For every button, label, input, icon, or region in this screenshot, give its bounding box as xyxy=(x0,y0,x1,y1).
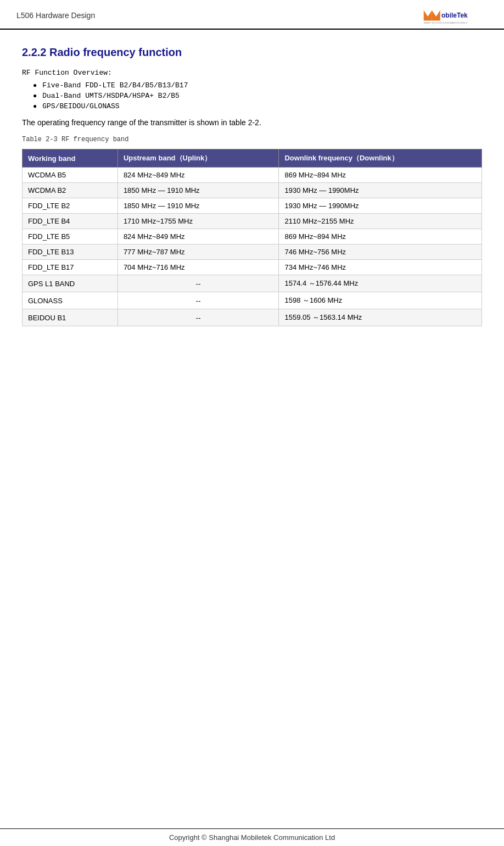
table-row: FDD_LTE B41710 MHz~1755 MHz2110 MHz~2155… xyxy=(23,214,482,229)
cell-upstream: 777 MHz~787 MHz xyxy=(117,244,279,260)
cell-upstream: -- xyxy=(117,292,279,309)
col-header-downlink: Downlink frequency（Downlink） xyxy=(279,149,482,168)
table-row: FDD_LTE B5824 MHz~849 MHz869 MHz~894 MHz xyxy=(23,229,482,244)
table-row: BEIDOU B1--1559.05 ～1563.14 MHz xyxy=(23,309,482,326)
cell-downlink: 746 MHz~756 MHz xyxy=(279,244,482,260)
cell-upstream: 704 MHz~716 MHz xyxy=(117,260,279,275)
cell-upstream: 824 MHz~849 MHz xyxy=(117,168,279,183)
cell-downlink: 869 MHz~894 MHz xyxy=(279,168,482,183)
cell-downlink: 1930 MHz — 1990MHz xyxy=(279,198,482,214)
rf-overview-label: RF Function Overview: xyxy=(22,69,482,77)
table-row: WCDMA B21850 MHz — 1910 MHz1930 MHz — 19… xyxy=(23,183,482,198)
section-heading: 2.2.2 Radio frequency function xyxy=(22,46,482,59)
cell-upstream: -- xyxy=(117,309,279,326)
logo-icon: obileTek SMART SOLUTION FOR A SMARTER WO… xyxy=(422,5,488,25)
cell-downlink: 1930 MHz — 1990MHz xyxy=(279,183,482,198)
copyright-text: Copyright © Shanghai Mobiletek Communica… xyxy=(169,833,335,842)
logo-area: obileTek SMART SOLUTION FOR A SMARTER WO… xyxy=(422,5,488,25)
cell-band: GPS L1 BAND xyxy=(23,275,118,292)
table-row: FDD_LTE B17704 MHz~716 MHz734 MHz~746 MH… xyxy=(23,260,482,275)
bullet-item-1: Five-Band FDD-LTE B2/B4/B5/B13/B17 xyxy=(33,81,482,90)
cell-band: WCDMA B5 xyxy=(23,168,118,183)
main-content: 2.2.2 Radio frequency function RF Functi… xyxy=(0,30,504,376)
cell-band: BEIDOU B1 xyxy=(23,309,118,326)
table-row: GLONASS--1598 ～1606 MHz xyxy=(23,292,482,309)
svg-text:SMART SOLUTION FOR A SMARTER W: SMART SOLUTION FOR A SMARTER WORLD xyxy=(424,22,468,24)
cell-band: FDD_LTE B13 xyxy=(23,244,118,260)
cell-downlink: 1559.05 ～1563.14 MHz xyxy=(279,309,482,326)
page-footer: Copyright © Shanghai Mobiletek Communica… xyxy=(0,828,504,846)
cell-upstream: 1850 MHz — 1910 MHz xyxy=(117,198,279,214)
page-header: L506 Hardware Design obileTek SMART SOLU… xyxy=(0,0,504,30)
frequency-table: Working band Upstream band（Uplink） Downl… xyxy=(22,149,482,326)
cell-downlink: 869 MHz~894 MHz xyxy=(279,229,482,244)
cell-band: FDD_LTE B4 xyxy=(23,214,118,229)
cell-band: FDD_LTE B17 xyxy=(23,260,118,275)
cell-band: FDD_LTE B2 xyxy=(23,198,118,214)
cell-downlink: 1598 ～1606 MHz xyxy=(279,292,482,309)
cell-upstream: 1850 MHz — 1910 MHz xyxy=(117,183,279,198)
table-row: FDD_LTE B21850 MHz — 1910 MHz1930 MHz — … xyxy=(23,198,482,214)
cell-band: WCDMA B2 xyxy=(23,183,118,198)
bullet-item-2: Dual-Band UMTS/HSDPA/HSPA+ B2/B5 xyxy=(33,92,482,100)
svg-text:obileTek: obileTek xyxy=(441,12,468,19)
table-row: WCDMA B5824 MHz~849 MHz869 MHz~894 MHz xyxy=(23,168,482,183)
document-title: L506 Hardware Design xyxy=(16,11,95,20)
cell-downlink: 1574.4 ～1576.44 MHz xyxy=(279,275,482,292)
cell-downlink: 2110 MHz~2155 MHz xyxy=(279,214,482,229)
bullet-list: Five-Band FDD-LTE B2/B4/B5/B13/B17 Dual-… xyxy=(33,81,482,110)
cell-downlink: 734 MHz~746 MHz xyxy=(279,260,482,275)
svg-marker-0 xyxy=(424,10,432,21)
table-caption: Table 2-3 RF frequency band xyxy=(22,136,482,143)
svg-marker-1 xyxy=(432,10,440,21)
table-row: FDD_LTE B13777 MHz~787 MHz746 MHz~756 MH… xyxy=(23,244,482,260)
description-text: The operating frequency range of the tra… xyxy=(22,118,482,127)
table-row: GPS L1 BAND--1574.4 ～1576.44 MHz xyxy=(23,275,482,292)
cell-upstream: 824 MHz~849 MHz xyxy=(117,229,279,244)
cell-upstream: 1710 MHz~1755 MHz xyxy=(117,214,279,229)
bullet-item-3: GPS/BEIDOU/GLONASS xyxy=(33,102,482,110)
col-header-upstream: Upstream band（Uplink） xyxy=(117,149,279,168)
col-header-band: Working band xyxy=(23,149,118,168)
cell-band: FDD_LTE B5 xyxy=(23,229,118,244)
cell-band: GLONASS xyxy=(23,292,118,309)
cell-upstream: -- xyxy=(117,275,279,292)
table-header-row: Working band Upstream band（Uplink） Downl… xyxy=(23,149,482,168)
